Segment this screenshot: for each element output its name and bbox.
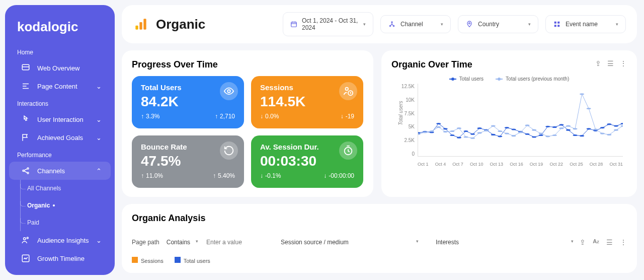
x-ticks: Oct 1Oct 4Oct 7Oct 10Oct 13Oct 16Oct 19O… <box>418 162 623 167</box>
date-filter[interactable]: Oct 1, 2024 - Oct 31, 2024▾ <box>283 12 373 36</box>
svg-point-50 <box>532 136 536 137</box>
more-icon[interactable]: ⋮ <box>620 59 627 67</box>
svg-point-94 <box>621 125 623 127</box>
analysis-toolbar: ⇪ AZ ☰ ⋮ <box>580 238 627 246</box>
kpi-delta: ↑ 5.40% <box>213 172 235 179</box>
chevron-up-icon: ⌃ <box>96 167 102 175</box>
active-dot-icon <box>53 204 55 206</box>
sidebar: kodalogic Home Web Overview Page Content… <box>5 5 115 275</box>
legend-total-users[interactable]: Total users <box>175 257 210 264</box>
kpi-session-duration[interactable]: Av. Session Dur. 00:03:30 ↓ -0.1%↓ -00:0… <box>251 135 363 188</box>
nav-growth-timeline[interactable]: Growth Timeline <box>9 249 111 267</box>
y-ticks: 12.5K10K7.5K5K2.5K0 <box>397 84 415 157</box>
export-icon[interactable]: ⇪ <box>595 59 601 67</box>
nav-channels[interactable]: Channels ⌃ <box>9 162 111 180</box>
svg-point-61 <box>607 123 611 125</box>
nav-paid[interactable]: Paid <box>27 214 115 231</box>
brand-logo: kodalogic <box>5 15 115 44</box>
svg-point-5 <box>23 170 24 172</box>
filter-icon[interactable]: ☰ <box>607 59 614 67</box>
analysis-title: Organic Analysis <box>132 213 627 224</box>
svg-point-79 <box>518 131 523 133</box>
svg-point-86 <box>566 125 571 127</box>
svg-point-41 <box>470 133 475 135</box>
kpi-pct: ↓ 0.0% <box>260 113 279 120</box>
chevron-down-icon: ⌄ <box>96 83 102 90</box>
country-filter[interactable]: Country▾ <box>458 15 538 33</box>
svg-rect-24 <box>554 22 556 24</box>
more-icon[interactable]: ⋮ <box>620 238 627 246</box>
kpi-sessions[interactable]: Sessions 114.5K ↓ 0.0%↓ -19 <box>251 76 363 128</box>
svg-point-37 <box>443 128 448 129</box>
export-icon[interactable]: ⇪ <box>580 238 586 246</box>
svg-point-29 <box>346 88 349 91</box>
chevron-down-icon: ⌄ <box>96 134 102 142</box>
svg-point-46 <box>505 127 509 128</box>
channel-icon <box>388 20 396 28</box>
chart-plot[interactable] <box>418 84 623 157</box>
chevron-down-icon: ⌄ <box>96 237 102 244</box>
chart-toolbar: ⇪ ☰ ⋮ <box>595 59 627 67</box>
chart-legend: Total users Total users (previous month) <box>391 76 627 82</box>
svg-point-7 <box>27 172 29 174</box>
svg-point-52 <box>545 126 550 127</box>
svg-rect-26 <box>554 25 556 27</box>
svg-rect-15 <box>143 19 146 29</box>
svg-point-44 <box>491 134 496 135</box>
interests-select[interactable]: Interests <box>434 237 575 248</box>
nav-label: Audience Insights <box>37 237 89 244</box>
svg-rect-14 <box>139 22 142 30</box>
kpi-delta: ↑ 2,710 <box>215 113 235 120</box>
nav-achieved-goals[interactable]: Achieved Goals ⌄ <box>9 128 111 147</box>
svg-point-45 <box>498 135 502 137</box>
svg-point-53 <box>552 126 557 128</box>
caret-icon: ▾ <box>528 22 531 27</box>
svg-point-83 <box>545 135 550 137</box>
nav-all-channels[interactable]: All Channels <box>27 180 115 197</box>
svg-point-55 <box>566 129 571 131</box>
svg-point-75 <box>491 125 496 127</box>
legend-item[interactable]: Total users <box>449 76 484 82</box>
svg-point-11 <box>27 237 28 239</box>
event-filter[interactable]: Event name▾ <box>545 15 626 33</box>
audience-icon <box>21 236 30 245</box>
nav-organic[interactable]: Organic <box>27 197 115 214</box>
kpi-total-users[interactable]: Total Users 84.2K ↑ 3.3%↑ 2,710 <box>132 76 244 128</box>
svg-point-84 <box>552 134 557 136</box>
kpi-pct: ↓ -0.1% <box>260 172 281 179</box>
legend-item[interactable]: Total users (previous month) <box>496 76 569 82</box>
overview-icon <box>21 63 30 73</box>
svg-point-93 <box>614 129 618 131</box>
nav-audience-insights[interactable]: Audience Insights ⌄ <box>9 231 111 249</box>
svg-point-88 <box>580 93 584 95</box>
svg-point-92 <box>607 134 611 135</box>
nav-label: User Interaction <box>37 116 84 123</box>
text-size-icon[interactable]: AZ <box>593 238 599 246</box>
filter-icon[interactable]: ☰ <box>606 238 613 246</box>
analysis-legend: Sessions Total users <box>132 257 627 264</box>
nav-section-interactions: Interactions <box>5 95 115 110</box>
svg-point-38 <box>450 134 454 136</box>
country-value: Country <box>478 21 499 28</box>
stopwatch-icon <box>339 142 357 160</box>
channel-filter[interactable]: Channel▾ <box>380 15 451 33</box>
svg-point-39 <box>457 137 461 138</box>
svg-point-87 <box>573 128 578 129</box>
page-path-label: Page path <box>132 239 159 246</box>
nav-page-content[interactable]: Page Content ⌄ <box>9 77 111 95</box>
svg-point-40 <box>463 130 468 132</box>
svg-point-47 <box>511 128 516 130</box>
page-path-input[interactable] <box>204 237 265 248</box>
nav-user-interaction[interactable]: User Interaction ⌄ <box>9 110 111 128</box>
svg-point-69 <box>450 130 454 132</box>
nav-label: Achieved Goals <box>37 134 83 142</box>
date-value: Oct 1, 2024 - Oct 31, 2024 <box>302 17 359 31</box>
person-clock-icon <box>339 82 357 100</box>
nav-web-overview[interactable]: Web Overview <box>9 59 111 77</box>
kpi-bounce-rate[interactable]: Bounce Rate 47.5% ↑ 11.0%↑ 5.40% <box>132 135 244 188</box>
legend-sessions[interactable]: Sessions <box>132 257 164 264</box>
caret-icon: ▾ <box>616 22 618 27</box>
source-select[interactable]: Session source / medium <box>279 237 420 248</box>
chart-title: Organic Over Time <box>391 59 627 70</box>
contains-select[interactable]: Contains <box>165 237 199 248</box>
